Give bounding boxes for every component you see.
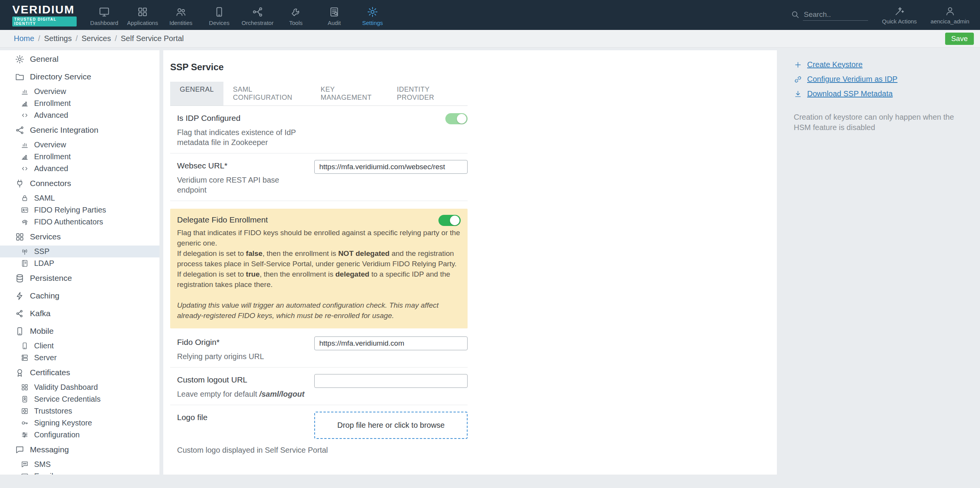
breadcrumb-item-home[interactable]: Home bbox=[14, 34, 34, 43]
is-idp-configured-toggle[interactable] bbox=[445, 113, 468, 124]
sidebar-item-ldap[interactable]: LDAP bbox=[0, 257, 159, 269]
logo-field-text: Logo file bbox=[177, 412, 314, 423]
download-ssp-metadata-link[interactable]: Download SSP Metadata bbox=[794, 89, 969, 98]
sidebar-item-truststores[interactable]: Truststores bbox=[0, 405, 159, 417]
nav-audit[interactable]: Audit bbox=[315, 4, 353, 26]
sidebar-item-fido-authenticators[interactable]: FIDO Authenticators bbox=[0, 216, 159, 228]
sidebar-item-ssp[interactable]: SSP bbox=[0, 246, 159, 257]
sidebar-item-label: Overview bbox=[34, 140, 66, 149]
sidebar-item-overview[interactable]: Overview bbox=[0, 139, 159, 151]
logo-file-desc: Custom logo displayed in Self Service Po… bbox=[177, 445, 468, 455]
delegate-fido-toggle[interactable] bbox=[438, 215, 461, 226]
veridium-logo[interactable]: VERIDIUM TRUSTED DIGITAL IDENTITY bbox=[0, 4, 77, 26]
nodes-icon bbox=[15, 309, 25, 318]
sidebar-item-client[interactable]: Client bbox=[0, 340, 159, 352]
sidebar-item-label: SSP bbox=[34, 247, 49, 256]
delegate-fido-enrollment-section: Delegate Fido Enrollment Flag that indic… bbox=[170, 209, 468, 328]
sidebar-item-enrollment[interactable]: Enrollment bbox=[0, 151, 159, 163]
sidebar-item-label: Persistence bbox=[30, 274, 72, 283]
sidebar-item-messaging[interactable]: Messaging bbox=[0, 441, 159, 458]
logo-row-top: Logo file Drop file here or click to bro… bbox=[177, 412, 468, 439]
download-icon bbox=[794, 90, 802, 98]
sidebar-item-general[interactable]: General bbox=[0, 50, 159, 68]
share-icon bbox=[15, 125, 25, 135]
sliders-icon bbox=[21, 431, 29, 439]
sidebar-item-overview[interactable]: Overview bbox=[0, 86, 159, 97]
sidebar-item-label: Messaging bbox=[30, 445, 69, 454]
websec-url-input[interactable] bbox=[314, 160, 468, 174]
delegate-desc-paragraph: If delegation is set to false, then the … bbox=[177, 248, 461, 269]
username: aencica_admin bbox=[931, 18, 969, 25]
sidebar-item-persistence[interactable]: Persistence bbox=[0, 269, 159, 287]
nav-label: Identities bbox=[162, 20, 200, 26]
sidebar-item-sms[interactable]: SMS bbox=[0, 458, 159, 470]
save-button[interactable]: Save bbox=[945, 33, 974, 45]
sms-icon bbox=[21, 460, 29, 468]
field-logo-file: Logo file Drop file here or click to bro… bbox=[170, 405, 468, 461]
search-icon[interactable] bbox=[791, 10, 800, 21]
chart-icon bbox=[21, 87, 29, 96]
sidebar-item-advanced[interactable]: Advanced bbox=[0, 163, 159, 175]
grid-icon bbox=[123, 6, 162, 18]
sidebar-item-label: LDAP bbox=[34, 259, 54, 268]
logout-field-text: Custom logout URL Leave empty for defaul… bbox=[177, 374, 314, 399]
sidebar-item-label: Server bbox=[34, 353, 57, 362]
sidebar-item-service-credentials[interactable]: Service Credentials bbox=[0, 393, 159, 405]
sidebar-item-connectors[interactable]: Connectors bbox=[0, 175, 159, 192]
nav-dashboard[interactable]: Dashboard bbox=[85, 4, 123, 26]
create-keystore-link[interactable]: Create Keystore bbox=[794, 60, 969, 69]
quick-actions-button[interactable]: Quick Actions bbox=[882, 6, 917, 25]
sidebar-item-label: SAML bbox=[34, 194, 55, 203]
broadcast-icon bbox=[21, 247, 29, 256]
sidebar-item-fido-relying-parties[interactable]: FIDO Relying Parties bbox=[0, 204, 159, 216]
websec-url-label: Websec URL* bbox=[177, 160, 310, 171]
sidebar-item-validity-dashboard[interactable]: Validity Dashboard bbox=[0, 381, 159, 393]
breadcrumb-item-services[interactable]: Services bbox=[82, 34, 111, 43]
tab-general[interactable]: GENERAL bbox=[170, 82, 223, 106]
idcard-icon bbox=[21, 206, 29, 214]
sidebar-item-directory-service[interactable]: Directory Service bbox=[0, 68, 159, 86]
sidebar-item-advanced[interactable]: Advanced bbox=[0, 109, 159, 121]
sidebar-item-server[interactable]: Server bbox=[0, 352, 159, 364]
code-icon bbox=[21, 111, 29, 119]
sidebar-item-signing-keystore[interactable]: Signing Keystore bbox=[0, 417, 159, 429]
nav-devices[interactable]: Devices bbox=[200, 4, 238, 26]
logo-dropzone[interactable]: Drop file here or click to browse bbox=[314, 412, 468, 439]
nav-settings[interactable]: Settings bbox=[353, 4, 392, 26]
content-row: GeneralDirectory ServiceOverviewEnrollme… bbox=[0, 48, 980, 488]
server-icon bbox=[21, 354, 29, 362]
sidebar-item-label: Certificates bbox=[30, 368, 70, 377]
nav-tools[interactable]: Tools bbox=[277, 4, 315, 26]
sidebar-item-enrollment[interactable]: Enrollment bbox=[0, 97, 159, 109]
sidebar-item-label: FIDO Relying Parties bbox=[34, 206, 106, 214]
configure-veridium-as-idp-link[interactable]: Configure Veridium as IDP bbox=[794, 75, 969, 84]
search-input[interactable] bbox=[803, 10, 868, 21]
sidebar-item-email[interactable]: Email bbox=[0, 470, 159, 475]
tab-identity-provider[interactable]: IDENTITY PROVIDER bbox=[387, 82, 468, 106]
nav-identities[interactable]: Identities bbox=[162, 4, 200, 26]
tab-saml-configuration[interactable]: SAML CONFIGURATION bbox=[223, 82, 311, 106]
breadcrumb-item-settings[interactable]: Settings bbox=[44, 34, 72, 43]
nav-orchestrator[interactable]: Orchestrator bbox=[238, 4, 277, 26]
sidebar-item-configuration[interactable]: Configuration bbox=[0, 429, 159, 441]
sidebar-item-services[interactable]: Services bbox=[0, 228, 159, 246]
safe-icon bbox=[21, 407, 29, 415]
sidebar-item-saml[interactable]: SAML bbox=[0, 192, 159, 204]
tab-key-management[interactable]: KEY MANAGEMENT bbox=[311, 82, 387, 106]
custom-logout-input[interactable] bbox=[314, 374, 468, 388]
sidebar-item-kafka[interactable]: Kafka bbox=[0, 305, 159, 322]
sidebar-item-mobile[interactable]: Mobile bbox=[0, 322, 159, 340]
sidebar-item-label: Signing Keystore bbox=[34, 419, 92, 427]
breadcrumb: Home/Settings/Services/Self Service Port… bbox=[14, 34, 184, 43]
sidebar-item-label: Validity Dashboard bbox=[34, 383, 98, 392]
fido-origin-input[interactable] bbox=[314, 336, 468, 350]
sidebar-item-caching[interactable]: Caching bbox=[0, 287, 159, 305]
nav-applications[interactable]: Applications bbox=[123, 4, 162, 26]
sidebar-item-label: Generic Integration bbox=[30, 125, 98, 135]
user-menu[interactable]: aencica_admin bbox=[931, 6, 969, 25]
sidebar-item-label: Connectors bbox=[30, 179, 71, 188]
logo-title: VERIDIUM bbox=[12, 4, 77, 15]
sidebar-item-certificates[interactable]: Certificates bbox=[0, 364, 159, 381]
sidebar-item-generic-integration[interactable]: Generic Integration bbox=[0, 121, 159, 139]
page-title: SSP Service bbox=[170, 62, 777, 73]
